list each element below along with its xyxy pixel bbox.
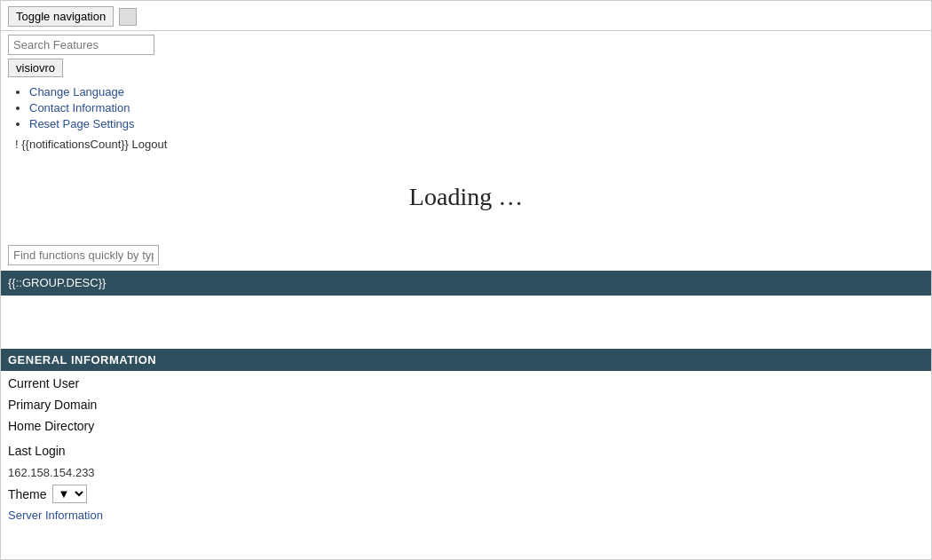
loading-text: Loading …: [409, 183, 523, 210]
ip-address-row: 162.158.154.233: [8, 460, 924, 481]
reset-page-settings-link[interactable]: Reset Page Settings: [29, 117, 135, 130]
theme-row: Theme ▼: [8, 481, 924, 507]
top-bar: Toggle navigation: [1, 1, 931, 31]
current-user-label: Current User: [8, 376, 79, 390]
nav-link-item: Reset Page Settings: [29, 116, 924, 130]
home-directory-label: Home Directory: [8, 419, 94, 433]
spacer: [1, 296, 931, 349]
logo-image: [119, 8, 137, 26]
info-table: Current User Primary Domain Home Directo…: [1, 371, 931, 507]
nav-section: visiovro Change Language Contact Informa…: [1, 31, 931, 165]
last-login-row: Last Login: [8, 438, 924, 460]
bottom-section: Server Information: [1, 507, 931, 527]
toggle-navigation-button[interactable]: Toggle navigation: [8, 6, 114, 27]
primary-domain-label: Primary Domain: [8, 398, 97, 412]
nav-link-item: Contact Information: [29, 100, 924, 114]
username-button[interactable]: visiovro: [8, 59, 63, 77]
change-language-link[interactable]: Change Language: [29, 85, 124, 99]
notifications-logout: ! {{notificationsCount}} Logout: [8, 138, 924, 151]
notifications-text: ! {{notificationsCount}} Logout: [15, 138, 167, 151]
theme-label: Theme: [8, 487, 47, 501]
last-login-block: Last Login 162.158.154.233: [8, 435, 924, 481]
general-info-heading: GENERAL INFORMATION: [8, 353, 156, 367]
current-user-row: Current User: [8, 371, 924, 392]
group-desc-bar: {{::GROUP.DESC}}: [1, 271, 931, 296]
last-login-label: Last Login: [8, 444, 66, 458]
nav-links-list: Change Language Contact Information Rese…: [8, 84, 924, 130]
search-features-input[interactable]: [8, 35, 154, 55]
theme-select[interactable]: ▼: [52, 485, 87, 503]
contact-information-link[interactable]: Contact Information: [29, 101, 130, 114]
general-info-bar: GENERAL INFORMATION: [1, 349, 931, 371]
loading-section: Loading …: [1, 165, 931, 238]
ip-address-value: 162.158.154.233: [8, 466, 95, 479]
group-desc-text: {{::GROUP.DESC}}: [8, 276, 106, 289]
nav-link-item: Change Language: [29, 84, 924, 99]
home-directory-row: Home Directory: [8, 414, 924, 435]
server-information-link[interactable]: Server Information: [8, 507, 103, 524]
quick-find-input[interactable]: [8, 245, 159, 265]
primary-domain-row: Primary Domain: [8, 392, 924, 414]
